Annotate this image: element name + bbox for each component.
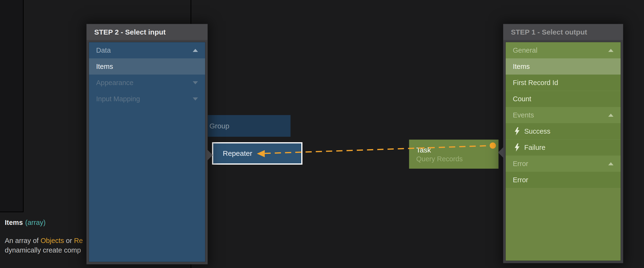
canvas-page-region xyxy=(0,0,24,212)
chevron-down-icon xyxy=(193,97,198,100)
output-item-count[interactable]: Count xyxy=(506,91,621,107)
step1-panel-body: General Items First Record Id Count Even… xyxy=(506,42,621,261)
tooltip-field-type: (array) xyxy=(25,219,46,226)
lightning-icon xyxy=(514,127,520,135)
output-section-general[interactable]: General xyxy=(506,42,621,58)
output-section-events[interactable]: Events xyxy=(506,107,621,123)
lightning-icon xyxy=(514,143,520,152)
step2-panel-title: STEP 2 - Select input xyxy=(94,28,166,36)
tooltip-description: An array of Objects or Re dynamically cr… xyxy=(5,236,83,255)
output-item-first-record-id[interactable]: First Record Id xyxy=(506,75,621,91)
task-node[interactable]: Task Query Records xyxy=(409,140,498,169)
tooltip-description-line2: dynamically create comp xyxy=(5,245,83,255)
task-node-subtitle: Query Records xyxy=(416,155,498,163)
chevron-up-icon xyxy=(608,162,614,165)
repeater-node[interactable]: Repeater xyxy=(212,142,302,165)
tooltip-field-name: Items xyxy=(5,219,23,226)
panel-pointer-to-repeater xyxy=(207,150,213,161)
step2-input-panel: STEP 2 - Select input Data Items Appeara… xyxy=(86,24,208,265)
output-event-success[interactable]: Success xyxy=(506,123,621,139)
objects-link: Objects xyxy=(40,237,64,245)
input-item-items[interactable]: Items xyxy=(89,58,205,75)
step1-output-panel: STEP 1 - Select output General Items Fir… xyxy=(503,24,623,263)
repeater-node-label: Repeater xyxy=(223,149,252,157)
step1-panel-header: STEP 1 - Select output xyxy=(503,24,623,40)
input-section-data[interactable]: Data xyxy=(89,42,205,58)
output-section-error[interactable]: Error xyxy=(506,156,621,172)
group-node-label: Group xyxy=(210,115,229,137)
step1-panel-title: STEP 1 - Select output xyxy=(511,28,587,36)
step2-panel-body: Data Items Appearance Input Mapping xyxy=(89,42,205,262)
chevron-down-icon xyxy=(193,81,198,84)
task-node-title: Task xyxy=(416,146,498,154)
output-item-items[interactable]: Items xyxy=(506,58,621,75)
chevron-up-icon xyxy=(608,114,614,117)
tooltip-title: Items(array) xyxy=(5,219,46,227)
tooltip-description-line1: An array of Objects or Re xyxy=(5,236,83,245)
input-section-input-mapping[interactable]: Input Mapping xyxy=(89,91,205,107)
step2-panel-header: STEP 2 - Select input xyxy=(86,24,208,40)
input-section-appearance[interactable]: Appearance xyxy=(89,75,205,91)
records-link-clipped: Re xyxy=(74,237,83,245)
output-event-failure[interactable]: Failure xyxy=(506,139,621,156)
output-item-error[interactable]: Error xyxy=(506,172,621,188)
chevron-up-icon xyxy=(193,49,198,52)
panel-pointer-to-task xyxy=(498,147,504,158)
mapping-overlay-screen: Group Repeater Task Query Records Items(… xyxy=(0,0,644,268)
chevron-up-icon xyxy=(608,49,614,52)
